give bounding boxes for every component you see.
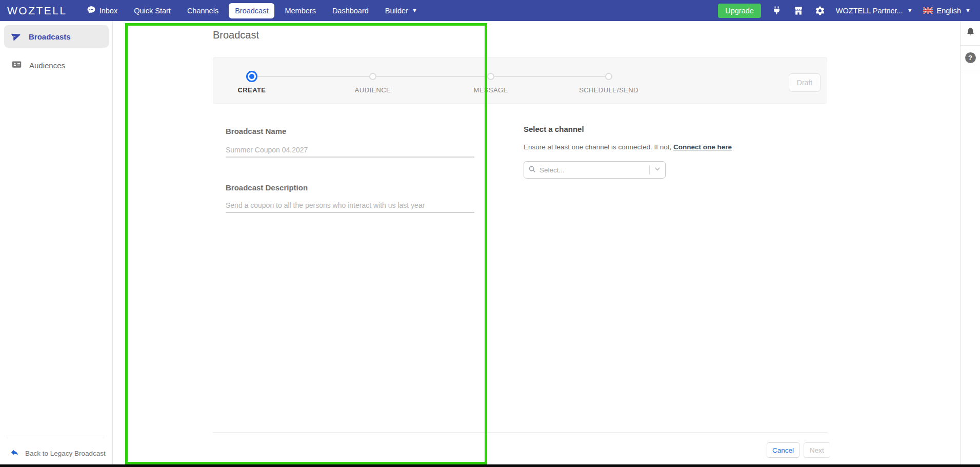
step-schedule-dot-icon[interactable] [605,73,612,80]
broadcast-description-label: Broadcast Description [226,183,308,192]
navbar-right: Upgrade WOZTELL Partner... ▼ English ▼ [718,4,975,18]
chevron-down-icon: ▼ [412,8,417,13]
broadcast-name-input[interactable] [226,143,474,158]
back-to-legacy-link[interactable]: Back to Legacy Broadcast [10,448,106,458]
nav-item-label: Dashboard [332,7,369,15]
help-button[interactable]: ? [961,46,980,70]
nav-item-label: Quick Start [134,7,171,15]
nav-item-dashboard[interactable]: Dashboard [326,3,375,18]
search-icon [528,165,536,175]
contacts-icon [11,59,22,71]
select-divider [649,165,650,174]
channel-helper-text: Ensure at least one channel is connected… [524,143,732,151]
sidebar-divider [6,436,105,436]
nav-item-members[interactable]: Members [278,3,322,18]
footer-divider [213,432,827,433]
channel-select[interactable]: Select... [524,161,666,179]
step-label-audience: AUDIENCE [327,86,419,94]
sidebar-item-broadcasts[interactable]: Broadcasts [4,25,109,48]
navbar: WOZTELL Inbox Quick Start Channels Broad… [0,0,980,21]
language-label: English [937,7,962,15]
marketplace-icon[interactable] [793,5,804,16]
reply-icon [10,448,19,458]
woztell-logo[interactable]: WOZTELL [7,5,67,17]
status-badge-draft: Draft [789,73,821,92]
step-label-message: MESSAGE [445,86,537,94]
channel-section-title: Select a channel [524,125,584,133]
chevron-down-icon: ▼ [907,8,913,13]
nav-item-broadcast[interactable]: Broadcast [229,3,274,18]
nav-item-channels[interactable]: Channels [181,3,225,18]
nav-item-quick-start[interactable]: Quick Start [128,3,177,18]
plug-icon[interactable] [771,5,783,16]
next-button[interactable]: Next [804,442,830,458]
nav-item-label: Channels [187,7,218,15]
step-label-create: CREATE [206,86,298,94]
nav-item-label: Members [285,7,315,15]
nav-item-builder[interactable]: Builder ▼ [379,3,424,18]
send-icon [11,31,22,43]
bell-icon [966,27,975,39]
uk-flag-icon [923,7,933,14]
sidebar-item-audiences[interactable]: Audiences [4,54,109,76]
broadcast-description-input[interactable] [226,199,474,213]
right-rail: ? [960,21,980,464]
screen-bottom-edge [0,464,980,467]
connect-channel-link[interactable]: Connect one here [673,143,732,151]
select-placeholder: Select... [539,166,649,174]
upgrade-button[interactable]: Upgrade [718,4,761,18]
nav-items: Inbox Quick Start Channels Broadcast Mem… [81,2,424,20]
notifications-bell-button[interactable] [961,21,980,46]
broadcast-name-label: Broadcast Name [226,127,286,135]
step-label-schedule-send: SCHEDULE/SEND [563,86,655,94]
cancel-button[interactable]: Cancel [767,442,799,458]
nav-item-label: Builder [385,7,408,15]
language-menu[interactable]: English ▼ [923,7,971,15]
stepper-card: CREATE AUDIENCE MESSAGE SCHEDULE/SEND Dr… [213,57,827,104]
nav-item-inbox[interactable]: Inbox [81,2,124,20]
channel-helper-prefix: Ensure at least one channel is connected… [524,143,673,151]
sidebar: Broadcasts Audiences Back to Legacy Broa… [0,21,113,464]
chevron-down-icon [654,165,661,174]
account-label: WOZTELL Partner... [836,7,903,15]
gear-icon[interactable] [814,5,826,16]
sidebar-item-label: Audiences [29,61,65,70]
question-icon: ? [965,52,976,63]
nav-item-label: Broadcast [235,7,268,15]
back-link-label: Back to Legacy Broadcast [25,450,106,457]
chevron-down-icon: ▼ [965,8,971,13]
step-message-dot-icon[interactable] [487,73,494,80]
nav-item-label: Inbox [99,7,117,15]
account-menu[interactable]: WOZTELL Partner... ▼ [836,7,913,15]
chat-bubble-icon [87,5,96,16]
step-create-radio-icon[interactable] [246,71,257,82]
stepper-connector-line [252,76,609,77]
main-content: Broadcast CREATE AUDIENCE MESSAGE SCHEDU… [113,21,960,464]
page-title: Broadcast [213,29,259,41]
sidebar-item-label: Broadcasts [29,32,71,41]
step-audience-dot-icon[interactable] [369,73,376,80]
screen: WOZTELL Inbox Quick Start Channels Broad… [0,0,980,467]
